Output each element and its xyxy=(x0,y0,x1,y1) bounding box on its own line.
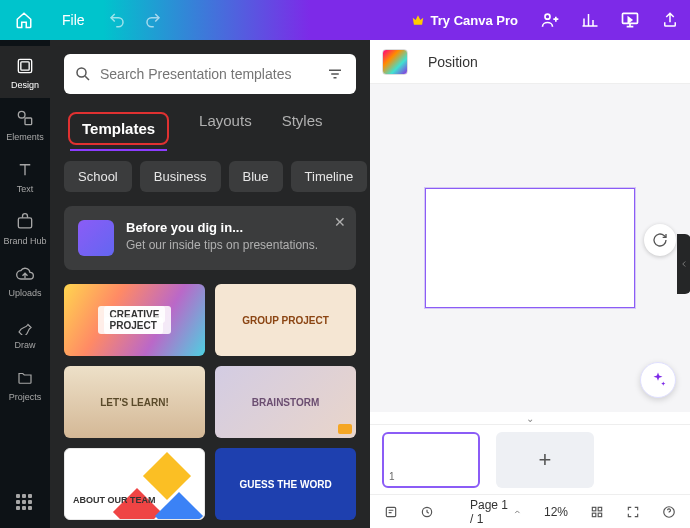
template-brainstorm[interactable]: BRAINSTORM xyxy=(215,366,356,438)
background-color-swatch[interactable] xyxy=(382,49,408,75)
help-button[interactable] xyxy=(658,503,680,521)
chip-school[interactable]: School xyxy=(64,161,132,192)
rail-draw[interactable]: Draw xyxy=(0,306,50,358)
thumb-number: 1 xyxy=(389,471,395,482)
slide-1[interactable] xyxy=(425,188,635,308)
notes-button[interactable] xyxy=(380,503,402,521)
position-button[interactable]: Position xyxy=(420,50,486,74)
projects-icon xyxy=(15,368,35,388)
try-pro-button[interactable]: Try Canva Pro xyxy=(399,13,530,28)
rail-brand-hub[interactable]: Brand Hub xyxy=(0,202,50,254)
svg-point-7 xyxy=(77,68,86,77)
svg-rect-5 xyxy=(25,118,32,125)
file-menu[interactable]: File xyxy=(48,0,99,40)
svg-rect-10 xyxy=(592,507,596,511)
svg-rect-11 xyxy=(598,507,602,511)
tab-layouts[interactable]: Layouts xyxy=(199,112,252,145)
chip-business[interactable]: Business xyxy=(140,161,221,192)
grid-view-button[interactable] xyxy=(586,503,608,521)
draw-icon xyxy=(15,316,35,336)
fullscreen-button[interactable] xyxy=(622,503,644,521)
crown-icon xyxy=(411,13,425,27)
chip-timeline[interactable]: Timeline xyxy=(291,161,368,192)
canvas[interactable] xyxy=(370,84,690,412)
rail-projects[interactable]: Projects xyxy=(0,358,50,410)
analytics-button[interactable] xyxy=(570,0,610,40)
template-creative-project[interactable]: CREATIVEPROJECT xyxy=(64,284,205,356)
svg-rect-13 xyxy=(598,513,602,517)
duration-button[interactable] xyxy=(416,503,438,521)
chip-blue[interactable]: Blue xyxy=(229,161,283,192)
search-input[interactable] xyxy=(100,66,316,82)
collapse-panel-button[interactable] xyxy=(677,234,690,294)
share-button[interactable] xyxy=(650,0,690,40)
add-page-button[interactable]: + xyxy=(496,432,594,488)
tab-templates[interactable]: Templates xyxy=(68,112,169,145)
zoom-level[interactable]: 12% xyxy=(540,503,572,521)
canvas-scroll-handle[interactable]: ⌄ xyxy=(370,412,690,424)
uploads-icon xyxy=(15,264,35,284)
template-group-project[interactable]: GROUP PROJECT xyxy=(215,284,356,356)
page-indicator[interactable]: Page 1 / 1 xyxy=(466,496,526,528)
svg-point-0 xyxy=(545,14,550,19)
tip-close[interactable]: ✕ xyxy=(334,214,346,230)
template-guess-the-word[interactable]: GUESS THE WORD xyxy=(215,448,356,520)
svg-rect-12 xyxy=(592,513,596,517)
svg-point-4 xyxy=(18,111,25,118)
tip-body: Get our inside tips on presentations. xyxy=(126,238,318,254)
rail-more-apps[interactable] xyxy=(0,484,50,520)
rail-design[interactable]: Design xyxy=(0,46,50,98)
tip-card[interactable]: Before you dig in... Get our inside tips… xyxy=(64,206,356,270)
undo-button[interactable] xyxy=(99,0,135,40)
present-button[interactable] xyxy=(610,0,650,40)
regenerate-button[interactable] xyxy=(644,224,676,256)
search-icon xyxy=(74,65,92,83)
rail-uploads[interactable]: Uploads xyxy=(0,254,50,306)
template-about-our-team[interactable]: ABOUT OUR TEAM xyxy=(64,448,205,520)
svg-rect-6 xyxy=(18,218,31,228)
apps-grid-icon xyxy=(16,494,34,512)
home-button[interactable] xyxy=(0,0,48,40)
tip-title: Before you dig in... xyxy=(126,220,318,235)
svg-rect-3 xyxy=(21,62,29,70)
text-icon xyxy=(15,160,35,180)
tip-icon xyxy=(78,220,114,256)
elements-icon xyxy=(15,108,35,128)
magic-button[interactable] xyxy=(640,362,676,398)
tab-styles[interactable]: Styles xyxy=(282,112,323,145)
brand-hub-icon xyxy=(15,212,35,232)
invite-button[interactable] xyxy=(530,0,570,40)
design-icon xyxy=(15,56,35,76)
filter-button[interactable] xyxy=(324,63,346,85)
rail-elements[interactable]: Elements xyxy=(0,98,50,150)
template-lets-learn[interactable]: LET'S LEARN! xyxy=(64,366,205,438)
page-thumb-1[interactable]: 1 xyxy=(382,432,480,488)
rail-text[interactable]: Text xyxy=(0,150,50,202)
chevron-up-icon xyxy=(513,506,522,518)
search-bar[interactable] xyxy=(64,54,356,94)
redo-button[interactable] xyxy=(135,0,171,40)
